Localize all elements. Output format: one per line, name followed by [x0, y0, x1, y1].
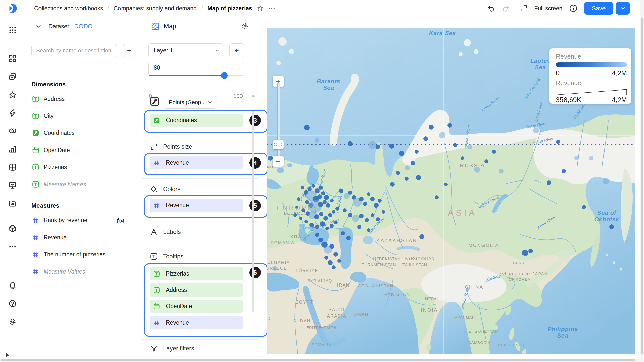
scrollbar-thumb[interactable] — [1, 359, 635, 361]
measure-item-revenue[interactable]: Revenue — [25, 229, 142, 246]
pizzeria-point[interactable] — [390, 182, 395, 187]
pizzeria-point[interactable] — [319, 212, 323, 216]
pizzeria-point[interactable] — [461, 156, 464, 160]
scrollbar-thumb[interactable] — [252, 111, 254, 312]
pizzeria-point[interactable] — [332, 210, 335, 214]
chevron-down-icon[interactable] — [35, 23, 42, 30]
pizzeria-point[interactable] — [363, 202, 367, 206]
pizzeria-point[interactable] — [416, 175, 421, 180]
zoom-slider-track[interactable] — [277, 83, 280, 161]
pizzeria-point[interactable] — [326, 203, 330, 208]
pizzeria-point[interactable] — [359, 197, 364, 201]
pizzeria-point[interactable] — [321, 191, 325, 195]
pizzeria-point[interactable] — [339, 189, 343, 193]
pizzeria-point[interactable] — [609, 224, 614, 229]
pizzeria-point[interactable] — [589, 156, 593, 160]
undo-icon[interactable] — [487, 4, 495, 12]
pizzeria-point[interactable] — [346, 236, 351, 240]
pizzeria-point[interactable] — [325, 227, 329, 230]
pizzeria-point[interactable] — [337, 259, 341, 263]
chart-settings-gear-icon[interactable] — [241, 22, 249, 30]
pizzeria-point[interactable] — [376, 217, 380, 221]
pizzeria-point[interactable] — [305, 200, 309, 204]
star-icon[interactable] — [8, 90, 17, 99]
pizzeria-point[interactable] — [332, 265, 336, 269]
pizzeria-point[interactable] — [301, 186, 304, 189]
pizzeria-point[interactable] — [547, 180, 551, 185]
pizzeria-point[interactable] — [315, 138, 319, 143]
pizzeria-point[interactable] — [533, 127, 539, 133]
folder-icon[interactable] — [8, 199, 17, 207]
pizzeria-point[interactable] — [574, 156, 579, 160]
full-screen-button[interactable]: Full screen — [534, 5, 562, 12]
redo-icon[interactable] — [502, 4, 510, 12]
config-scrollbar[interactable] — [252, 95, 255, 362]
pizzeria-point[interactable] — [328, 260, 333, 265]
pizzeria-point[interactable] — [352, 215, 359, 222]
add-layer-button[interactable]: + — [229, 43, 244, 57]
pizzeria-point[interactable] — [371, 213, 374, 217]
pizzeria-point[interactable] — [435, 195, 439, 199]
pizzeria-point[interactable] — [334, 221, 338, 224]
pizzeria-point[interactable] — [603, 178, 609, 184]
datalens-logo-icon[interactable] — [7, 3, 18, 14]
cube-icon[interactable] — [8, 224, 17, 233]
pizzeria-point[interactable] — [318, 202, 323, 207]
pizzeria-point[interactable] — [492, 150, 496, 154]
pizzeria-point[interactable] — [453, 143, 457, 147]
breadcrumb-collections[interactable]: Collections and workbooks — [34, 5, 103, 12]
pizzeria-point[interactable] — [357, 225, 361, 229]
layer-select[interactable]: Layer 1 — [148, 43, 224, 57]
pizzeria-point[interactable] — [330, 199, 334, 202]
pizzeria-point[interactable] — [324, 195, 329, 200]
pizzeria-point[interactable] — [382, 210, 385, 214]
apps-menu-icon[interactable] — [8, 26, 17, 34]
measure-item-the-number-of-pizzerias[interactable]: The number of pizzerias — [25, 246, 142, 263]
expand-icon[interactable] — [520, 4, 528, 12]
pizzeria-point[interactable] — [348, 191, 352, 195]
pizzeria-point[interactable] — [411, 161, 415, 165]
pizzeria-point[interactable] — [474, 167, 480, 173]
colors-field-chip[interactable]: Revenue — [150, 199, 243, 212]
map-chart-icon[interactable] — [151, 22, 159, 31]
points-size-field-chip[interactable]: Revenue — [150, 156, 243, 169]
pizzeria-point[interactable] — [293, 213, 297, 217]
coordinates-field-chip[interactable]: Coordinates — [150, 114, 243, 127]
pizzeria-point[interactable] — [405, 165, 410, 170]
pizzeria-point[interactable] — [528, 249, 533, 253]
pizzeria-point[interactable] — [333, 252, 338, 257]
play-icon[interactable] — [6, 353, 9, 357]
pizzeria-point[interactable] — [367, 192, 370, 196]
pizzeria-point[interactable] — [324, 256, 328, 260]
pizzeria-point[interactable] — [315, 233, 319, 237]
pizzeria-point[interactable] — [330, 224, 334, 228]
measure-item-measure-values[interactable]: Measure Values — [25, 263, 142, 280]
pizzeria-point[interactable] — [304, 220, 308, 223]
dimension-item-opendate[interactable]: OpenDate — [25, 142, 142, 159]
pizzeria-point[interactable] — [314, 214, 319, 219]
grid-squares-icon[interactable] — [8, 54, 17, 63]
pizzeria-point[interactable] — [522, 250, 528, 256]
pizzeria-point[interactable] — [299, 217, 302, 220]
pizzeria-point[interactable] — [348, 141, 353, 146]
pizzeria-point[interactable] — [320, 221, 325, 227]
pizzeria-point[interactable] — [343, 208, 347, 212]
more-options-icon[interactable] — [268, 5, 276, 12]
dataset-name-link[interactable]: DODO — [74, 23, 92, 30]
pizzeria-point[interactable] — [562, 169, 566, 173]
page-vertical-scrollbar[interactable] — [640, 0, 644, 362]
pizzeria-point[interactable] — [444, 183, 448, 186]
tooltip-field-chip-opendate[interactable]: OpenDate — [150, 300, 243, 313]
geotype-select[interactable]: Points (Geop... — [164, 96, 217, 109]
pizzeria-point[interactable] — [415, 150, 419, 154]
pizzeria-point[interactable] — [484, 159, 488, 163]
pizzeria-point[interactable] — [319, 186, 323, 190]
dimension-item-coordinates[interactable]: Coordinates — [25, 124, 142, 142]
pizzeria-point[interactable] — [447, 123, 452, 128]
pizzeria-point[interactable] — [423, 136, 428, 141]
opacity-slider-track[interactable] — [149, 75, 224, 76]
pizzeria-point[interactable] — [374, 203, 379, 208]
pizzeria-point[interactable] — [329, 244, 334, 249]
pizzeria-point[interactable] — [367, 228, 370, 232]
pizzeria-point[interactable] — [359, 214, 364, 218]
